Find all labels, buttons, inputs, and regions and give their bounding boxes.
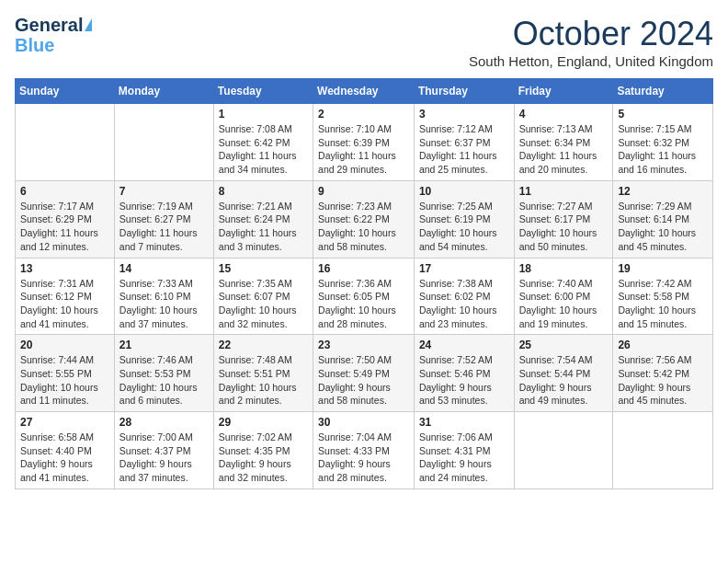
day-info: Sunrise: 7:29 AMSunset: 6:14 PMDaylight:… (618, 200, 708, 254)
calendar-cell: 29Sunrise: 7:02 AMSunset: 4:35 PMDayligh… (213, 412, 313, 489)
calendar-cell: 15Sunrise: 7:35 AMSunset: 6:07 PMDayligh… (213, 258, 313, 335)
calendar-cell: 16Sunrise: 7:36 AMSunset: 6:05 PMDayligh… (313, 258, 415, 335)
calendar-week-1: 1Sunrise: 7:08 AMSunset: 6:42 PMDaylight… (16, 104, 713, 181)
day-info: Sunrise: 7:08 AMSunset: 6:42 PMDaylight:… (219, 122, 308, 177)
calendar-cell: 8Sunrise: 7:21 AMSunset: 6:24 PMDaylight… (213, 180, 313, 258)
calendar-cell: 6Sunrise: 7:17 AMSunset: 6:29 PMDaylight… (16, 180, 115, 258)
calendar-cell: 9Sunrise: 7:23 AMSunset: 6:22 PMDaylight… (313, 180, 415, 258)
calendar-week-5: 27Sunrise: 6:58 AMSunset: 4:40 PMDayligh… (16, 412, 713, 489)
day-number: 16 (318, 262, 409, 275)
day-info: Sunrise: 7:25 AMSunset: 6:19 PMDaylight:… (419, 200, 509, 254)
day-number: 31 (419, 416, 509, 429)
day-info: Sunrise: 7:50 AMSunset: 5:49 PMDaylight:… (318, 353, 409, 408)
day-info: Sunrise: 7:27 AMSunset: 6:17 PMDaylight:… (519, 200, 609, 254)
day-number: 5 (618, 108, 708, 121)
calendar-cell: 4Sunrise: 7:13 AMSunset: 6:34 PMDaylight… (514, 104, 613, 181)
calendar-week-2: 6Sunrise: 7:17 AMSunset: 6:29 PMDaylight… (16, 180, 713, 258)
calendar-cell: 12Sunrise: 7:29 AMSunset: 6:14 PMDayligh… (613, 180, 713, 258)
day-info: Sunrise: 7:19 AMSunset: 6:27 PMDaylight:… (119, 200, 209, 254)
logo-icon (85, 18, 92, 31)
day-number: 15 (219, 262, 308, 275)
day-info: Sunrise: 7:36 AMSunset: 6:05 PMDaylight:… (318, 277, 409, 331)
calendar-week-4: 20Sunrise: 7:44 AMSunset: 5:55 PMDayligh… (16, 335, 713, 412)
day-number: 8 (219, 185, 308, 198)
calendar-cell: 24Sunrise: 7:52 AMSunset: 5:46 PMDayligh… (414, 335, 514, 412)
day-number: 21 (119, 339, 209, 351)
calendar-cell: 28Sunrise: 7:00 AMSunset: 4:37 PMDayligh… (114, 412, 213, 489)
day-number: 2 (318, 108, 409, 121)
location: South Hetton, England, United Kingdom (469, 53, 713, 69)
day-info: Sunrise: 7:21 AMSunset: 6:24 PMDaylight:… (219, 200, 308, 254)
logo-text-blue: Blue (15, 35, 54, 55)
day-info: Sunrise: 7:00 AMSunset: 4:37 PMDaylight:… (119, 431, 209, 485)
calendar-cell: 20Sunrise: 7:44 AMSunset: 5:55 PMDayligh… (16, 335, 115, 412)
day-number: 17 (419, 262, 509, 275)
calendar-cell: 31Sunrise: 7:06 AMSunset: 4:31 PMDayligh… (414, 412, 514, 489)
day-number: 14 (119, 262, 209, 275)
day-info: Sunrise: 7:15 AMSunset: 6:32 PMDaylight:… (618, 122, 708, 177)
day-number: 20 (20, 339, 109, 351)
calendar-cell: 27Sunrise: 6:58 AMSunset: 4:40 PMDayligh… (16, 412, 115, 489)
logo: General Blue (15, 15, 92, 55)
calendar-cell: 2Sunrise: 7:10 AMSunset: 6:39 PMDaylight… (313, 104, 415, 181)
day-number: 26 (618, 339, 708, 351)
day-info: Sunrise: 7:33 AMSunset: 6:10 PMDaylight:… (119, 277, 209, 331)
calendar-cell: 5Sunrise: 7:15 AMSunset: 6:32 PMDaylight… (613, 104, 713, 181)
day-number: 9 (318, 185, 409, 198)
header-row: Sunday Monday Tuesday Wednesday Thursday… (16, 79, 713, 104)
calendar-cell (16, 104, 115, 181)
title-area: October 2024 South Hetton, England, Unit… (469, 15, 713, 69)
calendar-cell: 13Sunrise: 7:31 AMSunset: 6:12 PMDayligh… (16, 258, 115, 335)
day-info: Sunrise: 7:48 AMSunset: 5:51 PMDaylight:… (219, 353, 308, 408)
day-info: Sunrise: 7:17 AMSunset: 6:29 PMDaylight:… (20, 200, 109, 254)
day-number: 13 (20, 262, 109, 275)
day-info: Sunrise: 7:12 AMSunset: 6:37 PMDaylight:… (419, 122, 509, 177)
col-monday: Monday (114, 79, 213, 104)
col-saturday: Saturday (613, 79, 713, 104)
day-number: 12 (618, 185, 708, 198)
calendar-cell (613, 412, 713, 489)
calendar-cell: 18Sunrise: 7:40 AMSunset: 6:00 PMDayligh… (514, 258, 613, 335)
month-title: October 2024 (469, 15, 713, 53)
day-info: Sunrise: 7:46 AMSunset: 5:53 PMDaylight:… (119, 353, 209, 408)
calendar-week-3: 13Sunrise: 7:31 AMSunset: 6:12 PMDayligh… (16, 258, 713, 335)
day-info: Sunrise: 7:44 AMSunset: 5:55 PMDaylight:… (20, 353, 109, 408)
day-info: Sunrise: 7:56 AMSunset: 5:42 PMDaylight:… (618, 353, 708, 408)
day-info: Sunrise: 6:58 AMSunset: 4:40 PMDaylight:… (20, 431, 109, 485)
day-number: 22 (219, 339, 308, 351)
calendar-cell (514, 412, 613, 489)
page-header: General Blue October 2024 South Hetton, … (15, 15, 713, 69)
calendar-cell: 25Sunrise: 7:54 AMSunset: 5:44 PMDayligh… (514, 335, 613, 412)
calendar-cell: 1Sunrise: 7:08 AMSunset: 6:42 PMDaylight… (213, 104, 313, 181)
col-thursday: Thursday (414, 79, 514, 104)
calendar-cell: 10Sunrise: 7:25 AMSunset: 6:19 PMDayligh… (414, 180, 514, 258)
calendar-cell: 14Sunrise: 7:33 AMSunset: 6:10 PMDayligh… (114, 258, 213, 335)
day-number: 30 (318, 416, 409, 429)
calendar-cell: 3Sunrise: 7:12 AMSunset: 6:37 PMDaylight… (414, 104, 514, 181)
col-friday: Friday (514, 79, 613, 104)
calendar-cell (114, 104, 213, 181)
day-number: 7 (119, 185, 209, 198)
day-info: Sunrise: 7:42 AMSunset: 5:58 PMDaylight:… (618, 277, 708, 331)
day-number: 11 (519, 185, 609, 198)
day-number: 29 (219, 416, 308, 429)
day-info: Sunrise: 7:54 AMSunset: 5:44 PMDaylight:… (519, 353, 609, 408)
col-sunday: Sunday (16, 79, 115, 104)
col-tuesday: Tuesday (213, 79, 313, 104)
day-info: Sunrise: 7:06 AMSunset: 4:31 PMDaylight:… (419, 431, 509, 485)
day-info: Sunrise: 7:35 AMSunset: 6:07 PMDaylight:… (219, 277, 308, 331)
day-info: Sunrise: 7:40 AMSunset: 6:00 PMDaylight:… (519, 277, 609, 331)
day-number: 28 (119, 416, 209, 429)
calendar-cell: 30Sunrise: 7:04 AMSunset: 4:33 PMDayligh… (313, 412, 415, 489)
day-info: Sunrise: 7:38 AMSunset: 6:02 PMDaylight:… (419, 277, 509, 331)
calendar-cell: 19Sunrise: 7:42 AMSunset: 5:58 PMDayligh… (613, 258, 713, 335)
day-info: Sunrise: 7:31 AMSunset: 6:12 PMDaylight:… (20, 277, 109, 331)
day-number: 18 (519, 262, 609, 275)
day-info: Sunrise: 7:23 AMSunset: 6:22 PMDaylight:… (318, 200, 409, 254)
calendar-cell: 11Sunrise: 7:27 AMSunset: 6:17 PMDayligh… (514, 180, 613, 258)
calendar-cell: 26Sunrise: 7:56 AMSunset: 5:42 PMDayligh… (613, 335, 713, 412)
day-info: Sunrise: 7:52 AMSunset: 5:46 PMDaylight:… (419, 353, 509, 408)
day-number: 10 (419, 185, 509, 198)
calendar-cell: 17Sunrise: 7:38 AMSunset: 6:02 PMDayligh… (414, 258, 514, 335)
day-number: 3 (419, 108, 509, 121)
